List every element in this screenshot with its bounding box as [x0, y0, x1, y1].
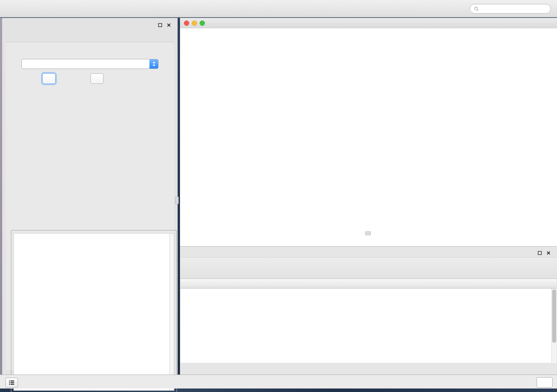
minimize-window-light[interactable] — [192, 21, 197, 26]
table-header-row — [180, 279, 557, 289]
close-panel-button[interactable] — [90, 73, 104, 84]
network-window-titlebar[interactable] — [180, 18, 557, 29]
table-body — [180, 288, 557, 363]
mcds-result-group — [11, 230, 177, 392]
search-field[interactable] — [470, 4, 551, 14]
run-mcds-button[interactable] — [42, 73, 55, 84]
mcds-list-scrollbar[interactable] — [170, 234, 174, 390]
mcds-result-list[interactable] — [14, 233, 174, 391]
table-scrollbar-thumb[interactable] — [552, 289, 556, 343]
close-panel-icon[interactable] — [166, 22, 172, 28]
memory-status-dot — [540, 380, 545, 385]
memory-button[interactable] — [536, 377, 553, 388]
close-window-light[interactable] — [184, 21, 189, 26]
criterion-dropdown[interactable] — [21, 59, 159, 69]
task-history-button[interactable] — [5, 378, 18, 388]
network-view-window — [180, 18, 557, 246]
dropdown-stepper-icon — [149, 59, 158, 69]
float-table-panel-icon[interactable] — [537, 250, 543, 255]
horizontal-splitter-handle[interactable] — [365, 231, 371, 235]
menu-list-icon — [8, 379, 15, 386]
search-input[interactable] — [480, 4, 550, 13]
status-bar — [0, 375, 557, 389]
control-panel — [2, 18, 178, 375]
vertical-splitter-handle[interactable] — [175, 196, 179, 204]
maximize-window-light[interactable] — [200, 21, 205, 26]
network-canvas[interactable] — [180, 28, 557, 246]
table-toolbar — [180, 257, 557, 279]
close-table-panel-icon[interactable] — [546, 250, 551, 255]
mcds-tab-content — [6, 42, 174, 370]
search-icon — [473, 6, 480, 12]
table-scrollbar[interactable] — [551, 289, 557, 362]
table-panel — [180, 246, 557, 375]
float-window-icon[interactable] — [157, 22, 163, 28]
node-table — [180, 279, 557, 363]
